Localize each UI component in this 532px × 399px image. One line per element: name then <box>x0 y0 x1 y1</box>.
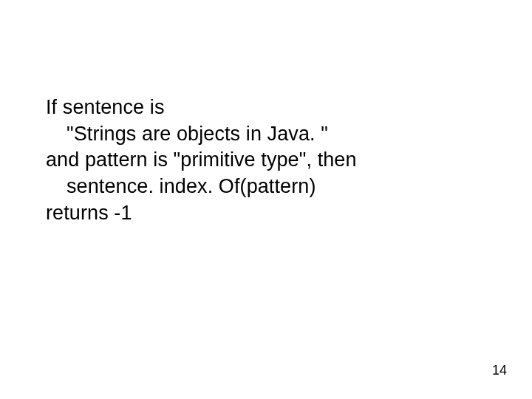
body-line: returns -1 <box>46 200 488 227</box>
body-line: "Strings are objects in Java. " <box>46 121 488 148</box>
body-line: If sentence is <box>46 95 488 121</box>
body-line: sentence. index. Of(pattern) <box>46 174 488 200</box>
slide: If sentence is "Strings are objects in J… <box>0 0 532 399</box>
slide-body: If sentence is "Strings are objects in J… <box>46 95 488 226</box>
page-number: 14 <box>492 363 507 378</box>
body-line: and pattern is "primitive type", then <box>46 147 488 174</box>
